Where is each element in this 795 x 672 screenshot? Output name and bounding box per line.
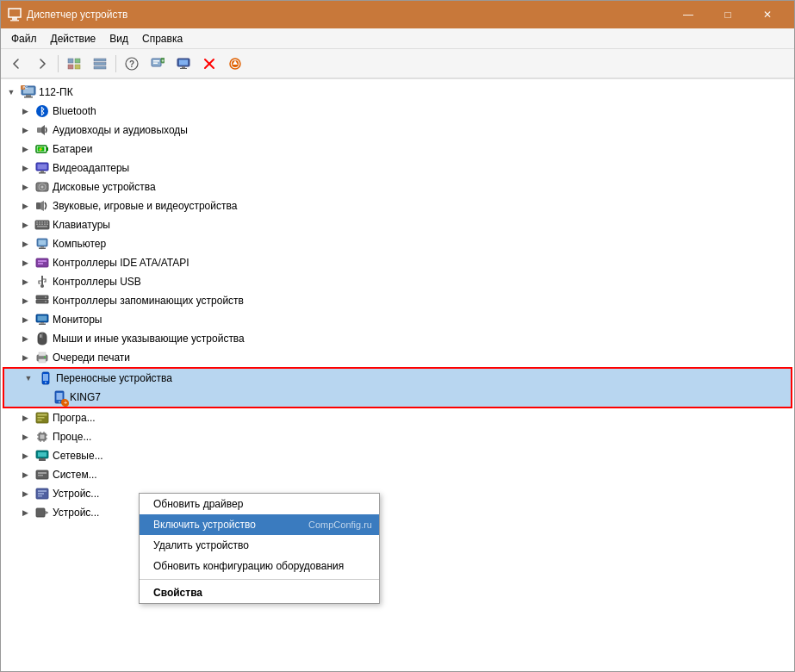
disk-icon <box>34 179 50 195</box>
print-label: Очереди печати <box>53 352 130 364</box>
root-expand[interactable]: ▼ <box>4 85 18 99</box>
device1-expand[interactable]: ▶ <box>18 487 32 501</box>
audio-expand[interactable]: ▶ <box>18 123 32 137</box>
help-button[interactable]: ? <box>120 53 144 75</box>
svg-rect-40 <box>40 171 44 172</box>
svg-rect-20 <box>180 68 187 69</box>
display-label: Видеоадаптеры <box>53 162 129 174</box>
svg-rect-19 <box>182 66 185 68</box>
svg-rect-71 <box>38 316 47 321</box>
ctx-update-driver[interactable]: Обновить драйвер <box>140 494 379 514</box>
remove-button[interactable] <box>197 53 221 75</box>
sound-expand[interactable]: ▶ <box>18 199 32 213</box>
back-button[interactable] <box>4 53 28 75</box>
storage-expand[interactable]: ▶ <box>18 294 32 308</box>
menu-file[interactable]: Файл <box>4 31 44 47</box>
svg-rect-53 <box>39 224 40 226</box>
svg-rect-1 <box>12 17 17 20</box>
tree-item-king7[interactable]: + KING7 <box>4 388 791 407</box>
system-label: Систем... <box>53 469 97 481</box>
update-button[interactable] <box>223 53 247 75</box>
monitor-icon <box>34 312 50 327</box>
tree-item-portable[interactable]: ▼ Переносные устройства <box>4 369 791 388</box>
network-expand[interactable]: ▶ <box>18 449 32 463</box>
tree-item-computer[interactable]: ▶ Компьютер <box>1 234 794 253</box>
audio-icon <box>34 122 50 138</box>
svg-rect-8 <box>94 62 106 65</box>
battery-expand[interactable]: ▶ <box>18 142 32 156</box>
ide-expand[interactable]: ▶ <box>18 256 32 270</box>
tree-item-processor[interactable]: ▶ Проце... <box>1 427 794 446</box>
tree-item-network[interactable]: ▶ Сетевые... <box>1 446 794 465</box>
ctx-update-hw[interactable]: Обновить конфигурацию оборудования <box>140 556 379 576</box>
bluetooth-expand[interactable]: ▶ <box>18 104 32 118</box>
portable-label: Переносные устройства <box>56 372 172 384</box>
tree-item-keyboard[interactable]: ▶ <box>1 215 794 234</box>
svg-rect-2 <box>10 20 19 22</box>
tree-item-usb[interactable]: ▶ Контроллеры USB <box>1 272 794 291</box>
tree-item-programs[interactable]: ▶ Програ... <box>1 408 794 427</box>
minimize-button[interactable]: — <box>668 1 708 28</box>
content-area: ▼ PC 112-ПК ▶ <box>1 78 794 671</box>
svg-rect-6 <box>75 65 80 69</box>
tree-item-sound[interactable]: ▶ Звуковые, игровые и видеоустройства <box>1 196 794 215</box>
show-categories-button[interactable] <box>62 53 86 75</box>
svg-point-85 <box>59 401 60 403</box>
mouse-expand[interactable]: ▶ <box>18 332 32 345</box>
svg-rect-50 <box>44 221 46 223</box>
device-tree[interactable]: ▼ PC 112-ПК ▶ <box>1 79 794 671</box>
ctx-uninstall-device[interactable]: Удалить устройство <box>140 535 379 556</box>
tree-item-device2[interactable]: ▶ Устройс... <box>1 503 794 522</box>
ctx-enable-device[interactable]: Включить устройство CompConfig.ru <box>140 514 379 535</box>
tree-item-mouse[interactable]: ▶ Мыши и иные указывающие устройства <box>1 329 794 348</box>
tree-item-audio[interactable]: ▶ Аудиовходы и аудиовыходы <box>1 121 794 140</box>
usb-icon <box>34 274 50 289</box>
tree-item-ide[interactable]: ▶ Контроллеры IDE ATA/ATAPI <box>1 253 794 272</box>
tree-item-bluetooth[interactable]: ▶ ᛒ Bluetooth <box>1 102 794 121</box>
computer-expand[interactable]: ▶ <box>18 237 32 251</box>
ctx-properties[interactable]: Свойства <box>140 582 379 603</box>
tree-item-monitor[interactable]: ▶ Мониторы <box>1 310 794 329</box>
tree-item-system[interactable]: ▶ Систем... <box>1 465 794 484</box>
svg-rect-111 <box>38 495 42 497</box>
menu-view[interactable]: Вид <box>102 31 135 47</box>
processor-expand[interactable]: ▶ <box>18 430 32 444</box>
usb-expand[interactable]: ▶ <box>18 275 32 289</box>
device-manager-window: Диспетчер устройств — □ ✕ Файл Действие … <box>0 0 795 672</box>
monitor-label: Мониторы <box>53 314 102 326</box>
svg-rect-56 <box>47 224 48 226</box>
tree-item-display[interactable]: ▶ Видеоадаптеры <box>1 159 794 177</box>
maximize-button[interactable]: □ <box>708 1 748 28</box>
properties-toolbar-button[interactable]: + <box>146 53 170 75</box>
tree-item-print[interactable]: ▶ Очереди печати <box>1 348 794 367</box>
tree-item-battery[interactable]: ▶ ⚡ Батареи <box>1 140 794 159</box>
keyboard-icon <box>34 217 50 233</box>
show-list-button[interactable] <box>88 53 112 75</box>
forward-button[interactable] <box>30 53 54 75</box>
svg-rect-13 <box>153 60 159 62</box>
portable-expand[interactable]: ▼ <box>22 371 35 385</box>
menu-help[interactable]: Справка <box>135 31 189 47</box>
programs-expand[interactable]: ▶ <box>18 411 32 425</box>
display-expand[interactable]: ▶ <box>18 161 32 175</box>
svg-rect-39 <box>38 165 47 170</box>
tree-item-storage[interactable]: ▶ Контроллеры запоминающих устройств <box>1 291 794 310</box>
toolbar-separator-2 <box>115 55 116 72</box>
screen-button[interactable] <box>171 53 196 75</box>
tree-item-disk[interactable]: ▶ Дисковые устройства <box>1 177 794 196</box>
keyboard-expand[interactable]: ▶ <box>18 218 32 232</box>
tree-root[interactable]: ▼ PC 112-ПК <box>1 83 794 102</box>
menu-action[interactable]: Действие <box>44 31 103 47</box>
menu-bar: Файл Действие Вид Справка <box>1 28 794 49</box>
monitor-expand[interactable]: ▶ <box>18 313 32 327</box>
print-expand[interactable]: ▶ <box>18 351 32 364</box>
device2-expand[interactable]: ▶ <box>18 506 32 520</box>
svg-rect-60 <box>40 246 44 248</box>
tree-item-device1[interactable]: ▶ Устройс... <box>1 484 794 503</box>
close-button[interactable]: ✕ <box>748 1 787 28</box>
svg-rect-0 <box>9 9 21 17</box>
disk-expand[interactable]: ▶ <box>18 180 32 194</box>
system-expand[interactable]: ▶ <box>18 468 32 482</box>
ide-label: Контроллеры IDE ATA/ATAPI <box>53 257 189 269</box>
svg-rect-112 <box>36 508 45 517</box>
